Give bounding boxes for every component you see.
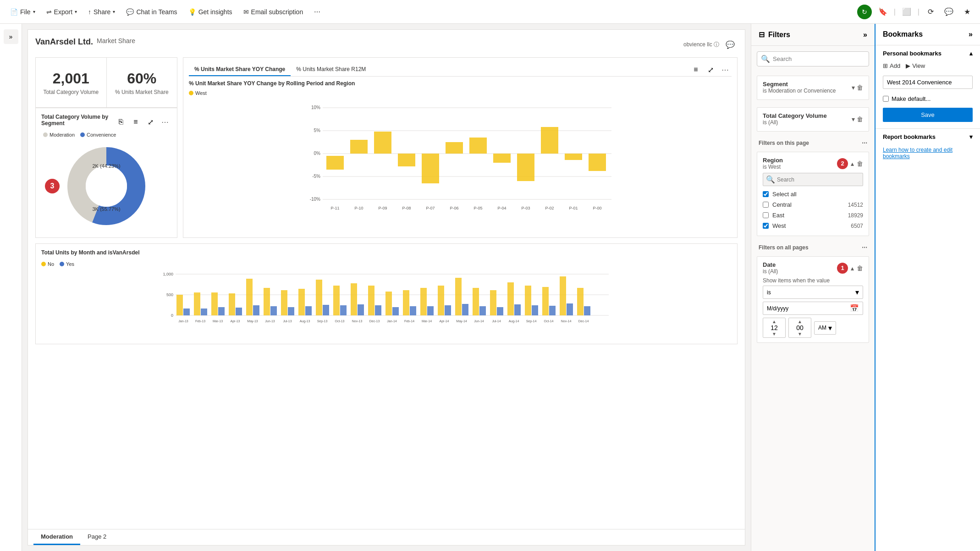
learn-bookmarks-link[interactable]: Learn how to create and edit bookmarks [875, 143, 980, 163]
svg-rect-109 [560, 276, 566, 315]
svg-rect-92 [462, 304, 468, 315]
comment-icon-btn[interactable]: 💬 [941, 5, 956, 19]
insights-button[interactable]: 💡 Get insights [184, 6, 237, 18]
main-chart-expand-btn[interactable]: ⤢ [704, 63, 717, 76]
region-select-all-option[interactable]: Select all [763, 189, 863, 199]
report-comment-btn[interactable]: 💬 [723, 37, 738, 52]
donut-label-bottom: 3K (55.77%) [92, 206, 120, 212]
region-central-label: Central [772, 201, 844, 208]
region-badge: 2 [837, 158, 848, 169]
nav-expand-button[interactable]: » [4, 29, 18, 44]
main-chart-filter-btn[interactable]: ≡ [689, 63, 702, 76]
region-option-west[interactable]: West 6507 [763, 220, 863, 231]
date-calendar-icon[interactable]: 📅 [850, 304, 859, 313]
date-show-items-label: Show items when the value [763, 277, 863, 284]
region-option-east[interactable]: East 18929 [763, 210, 863, 220]
svg-text:May-13: May-13 [247, 320, 258, 323]
report-bookmarks-collapse-icon[interactable]: ▾ [969, 133, 973, 140]
legend-moderation: Moderation [43, 132, 75, 138]
teams-icon: 💬 [126, 8, 134, 16]
layout-button[interactable]: ⬜ [899, 5, 914, 19]
metric-label-0: Total Category Volume [43, 89, 99, 95]
date-clear-btn[interactable]: 🗑 [857, 264, 863, 272]
file-button[interactable]: 📄 File ▾ [6, 6, 40, 18]
donut-chart [65, 145, 148, 227]
segment-filter-expand-btn[interactable]: ▾ [852, 84, 855, 91]
svg-text:Mar-14: Mar-14 [422, 320, 432, 323]
bookmarks-panel: Bookmarks » Personal bookmarks ▴ ⊞ Add ▶… [875, 24, 980, 551]
filters-on-page-more[interactable]: ⋯ [862, 140, 867, 146]
region-filter-card: Region is West 2 ▴ 🗑 🔍 Select all C [757, 152, 869, 236]
bookmark-name-input[interactable] [883, 76, 973, 89]
svg-rect-35 [589, 154, 606, 171]
filters-collapse-btn[interactable]: » [863, 31, 867, 39]
date-condition-chevron[interactable]: ▾ [855, 288, 859, 297]
more-button[interactable]: ⋯ [309, 6, 325, 18]
moderation-dot [43, 132, 48, 137]
svg-text:Apr-14: Apr-14 [439, 320, 449, 323]
bookmarks-collapse-btn[interactable]: » [969, 30, 973, 39]
svg-rect-104 [532, 305, 538, 315]
date-filter-name: Date [763, 261, 778, 268]
segment-filter-clear-btn[interactable]: 🗑 [857, 84, 863, 91]
page-tab-2[interactable]: Page 2 [80, 529, 114, 545]
save-bookmark-button[interactable]: Save [883, 108, 973, 122]
export-button[interactable]: ⇌ Export ▾ [42, 6, 82, 18]
total-cat-expand-btn[interactable]: ▾ [852, 116, 855, 123]
region-select-all-checkbox[interactable] [763, 191, 769, 197]
filters-search-box[interactable]: 🔍 [757, 51, 869, 66]
segment-chart-copy-btn[interactable]: ⎘ [115, 116, 127, 128]
region-clear-btn[interactable]: 🗑 [857, 160, 863, 167]
view-bookmark-button[interactable]: ▶ View [906, 62, 925, 69]
refresh-button[interactable]: ↻ [857, 5, 872, 19]
minute-down-btn[interactable]: ▼ [798, 331, 802, 336]
hour-up-btn[interactable]: ▲ [772, 319, 776, 324]
refresh-icon-btn[interactable]: ⟳ [923, 5, 938, 19]
region-search-input[interactable] [777, 176, 860, 183]
region-collapse-btn[interactable]: ▴ [851, 160, 854, 167]
main-chart-more-btn[interactable]: ⋯ [719, 63, 732, 76]
personal-bookmarks-collapse-icon[interactable]: ▴ [969, 50, 973, 57]
svg-rect-53 [236, 308, 242, 315]
ampm-chevron[interactable]: ▾ [828, 324, 832, 332]
add-bookmark-button[interactable]: ⊞ Add [883, 62, 900, 69]
segment-chart-expand-btn[interactable]: ⤢ [144, 116, 157, 128]
filters-all-pages-more[interactable]: ⋯ [862, 244, 867, 251]
svg-text:Mar-13: Mar-13 [213, 320, 223, 323]
total-cat-filter-header: Total Category Volume is (All) ▾ 🗑 [763, 112, 863, 126]
share-button[interactable]: ↑ Share ▾ [83, 6, 120, 18]
svg-rect-50 [218, 307, 225, 315]
region-search-box[interactable]: 🔍 [763, 173, 863, 186]
hour-down-btn[interactable]: ▼ [772, 331, 776, 336]
metric-card-0: 2,001 Total Category Volume [35, 57, 107, 108]
svg-rect-76 [368, 286, 374, 315]
filters-search-input[interactable] [773, 55, 865, 62]
tab-yoy-change[interactable]: % Units Market Share YOY Change [189, 63, 291, 76]
region-east-checkbox[interactable] [763, 212, 769, 218]
chat-button[interactable]: 💬 Chat in Teams [121, 6, 182, 18]
bookmark-toolbar-icon[interactable]: 🔖 [875, 5, 890, 19]
svg-rect-13 [326, 156, 344, 170]
filters-panel: ⊟ Filters » 🔍 Segment is Moderation or C… [751, 24, 875, 551]
svg-rect-47 [201, 309, 207, 315]
page-tab-moderation[interactable]: Moderation [33, 529, 80, 545]
segment-chart-more-btn[interactable]: ⋯ [159, 116, 171, 128]
segment-chart-filter-btn[interactable]: ≡ [129, 116, 142, 128]
segment-filter-value: is Moderation or Convenience [763, 88, 836, 94]
svg-text:May-14: May-14 [456, 320, 467, 323]
region-central-checkbox[interactable] [763, 202, 769, 208]
tab-r12m[interactable]: % Units Market Share R12M [291, 63, 371, 76]
region-option-central[interactable]: Central 14512 [763, 199, 863, 210]
date-collapse-btn[interactable]: ▴ [851, 264, 854, 272]
minute-up-btn[interactable]: ▲ [798, 319, 802, 324]
star-icon-btn[interactable]: ★ [960, 5, 974, 19]
region-west-checkbox[interactable] [763, 223, 769, 229]
svg-text:Oct-14: Oct-14 [544, 320, 553, 323]
email-button[interactable]: ✉ Email subscription [239, 6, 308, 18]
total-cat-filter-name: Total Category Volume [763, 112, 827, 119]
share-chevron-icon: ▾ [113, 9, 115, 14]
svg-rect-98 [497, 307, 503, 315]
total-cat-clear-btn[interactable]: 🗑 [857, 116, 863, 123]
make-default-checkbox[interactable] [883, 96, 889, 102]
svg-text:P-10: P-10 [354, 206, 363, 210]
